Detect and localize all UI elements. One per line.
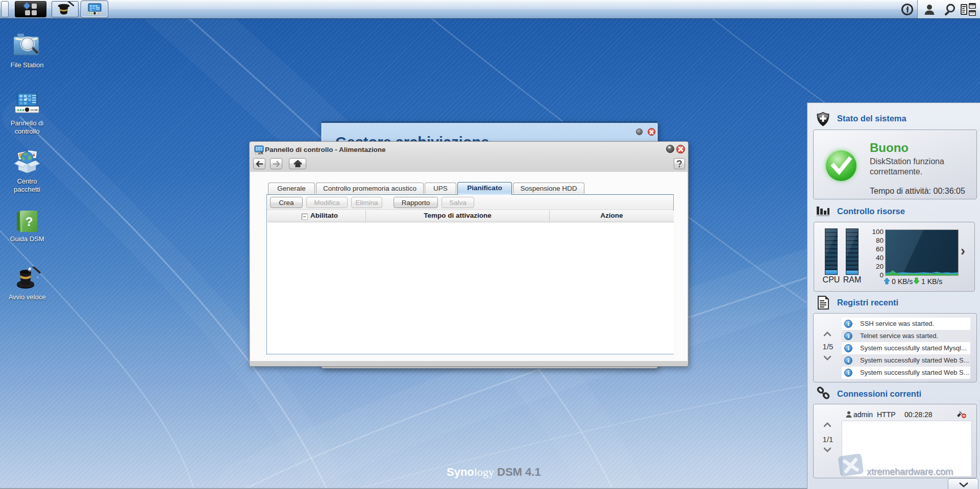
svg-text:?: ? [26, 215, 33, 228]
